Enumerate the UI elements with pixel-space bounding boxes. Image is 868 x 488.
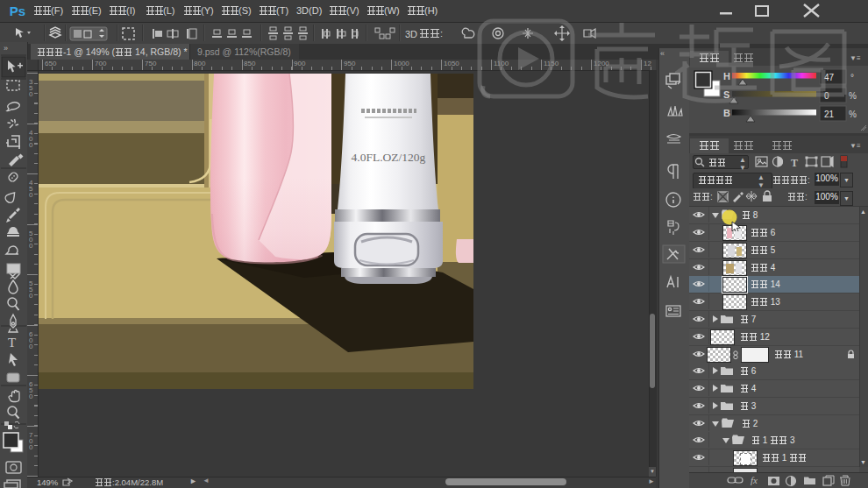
svg-text:3D: 3D	[405, 29, 417, 39]
svg-text:4.0FL.OZ/120g: 4.0FL.OZ/120g	[352, 151, 426, 164]
svg-text:fx: fx	[751, 475, 758, 485]
svg-text:T: T	[791, 157, 798, 169]
svg-text:%: %	[849, 110, 857, 119]
svg-text:B: B	[723, 108, 730, 118]
svg-text:T: T	[8, 336, 16, 350]
svg-text:21: 21	[824, 110, 835, 119]
